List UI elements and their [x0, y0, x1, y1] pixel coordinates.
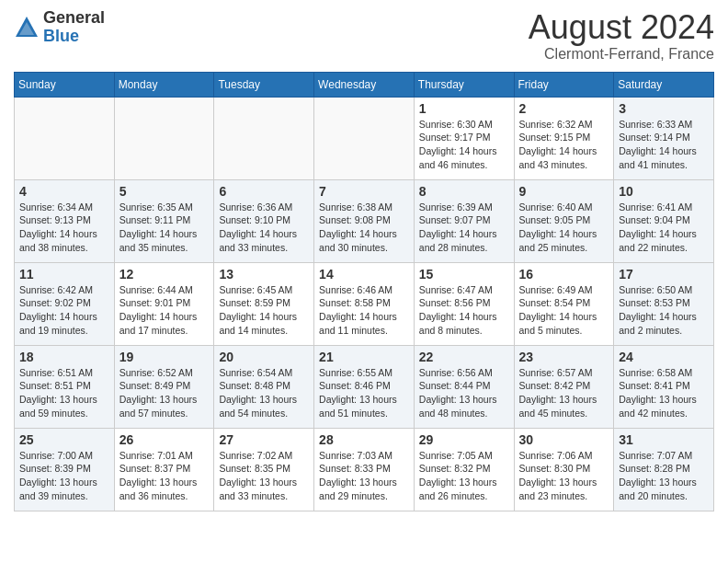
day-info: Sunrise: 6:33 AM Sunset: 9:14 PM Dayligh… [619, 118, 709, 172]
day-number: 15 [419, 267, 509, 282]
city: Clermont-Ferrand, France [529, 46, 714, 63]
day-info: Sunrise: 6:35 AM Sunset: 9:11 PM Dayligh… [119, 201, 210, 255]
day-number: 21 [319, 350, 409, 364]
calendar-cell: 14Sunrise: 6:46 AM Sunset: 8:58 PM Dayli… [314, 262, 415, 345]
day-info: Sunrise: 6:34 AM Sunset: 9:13 PM Dayligh… [19, 201, 109, 255]
day-info: Sunrise: 6:45 AM Sunset: 8:59 PM Dayligh… [219, 283, 309, 338]
calendar-cell: 7Sunrise: 6:38 AM Sunset: 9:08 PM Daylig… [314, 179, 415, 262]
day-number: 7 [319, 184, 409, 199]
day-number: 20 [219, 350, 309, 364]
month-year: August 2024 [529, 9, 714, 46]
day-of-week-wednesday: Wednesday [314, 72, 415, 97]
day-info: Sunrise: 6:46 AM Sunset: 8:58 PM Dayligh… [319, 283, 409, 338]
calendar-cell: 13Sunrise: 6:45 AM Sunset: 8:59 PM Dayli… [214, 262, 314, 345]
calendar-cell: 16Sunrise: 6:49 AM Sunset: 8:54 PM Dayli… [514, 262, 614, 345]
calendar-header: SundayMondayTuesdayWednesdayThursdayFrid… [15, 72, 714, 97]
day-number: 1 [419, 101, 509, 116]
calendar-cell: 23Sunrise: 6:57 AM Sunset: 8:42 PM Dayli… [514, 345, 614, 428]
calendar-cell [15, 97, 115, 179]
calendar-cell: 29Sunrise: 7:05 AM Sunset: 8:32 PM Dayli… [414, 428, 514, 511]
day-info: Sunrise: 6:36 AM Sunset: 9:10 PM Dayligh… [219, 201, 309, 255]
day-number: 19 [119, 350, 210, 364]
logo-text: General Blue [43, 9, 105, 46]
calendar-cell: 17Sunrise: 6:50 AM Sunset: 8:53 PM Dayli… [614, 262, 714, 345]
day-info: Sunrise: 6:58 AM Sunset: 8:41 PM Dayligh… [619, 366, 709, 420]
day-of-week-monday: Monday [114, 72, 214, 97]
calendar-cell: 1Sunrise: 6:30 AM Sunset: 9:17 PM Daylig… [414, 97, 514, 179]
logo-general-text: General [43, 9, 105, 28]
calendar-cell: 4Sunrise: 6:34 AM Sunset: 9:13 PM Daylig… [15, 179, 115, 262]
day-info: Sunrise: 6:49 AM Sunset: 8:54 PM Dayligh… [519, 283, 609, 338]
day-info: Sunrise: 6:44 AM Sunset: 9:01 PM Dayligh… [119, 283, 210, 338]
calendar-cell [114, 97, 214, 179]
day-info: Sunrise: 6:38 AM Sunset: 9:08 PM Dayligh… [319, 201, 409, 255]
calendar-cell: 3Sunrise: 6:33 AM Sunset: 9:14 PM Daylig… [614, 97, 714, 179]
day-number: 31 [619, 432, 709, 447]
day-number: 23 [519, 350, 609, 364]
day-info: Sunrise: 7:01 AM Sunset: 8:37 PM Dayligh… [119, 449, 210, 503]
calendar-cell: 15Sunrise: 6:47 AM Sunset: 8:56 PM Dayli… [414, 262, 514, 345]
day-number: 18 [19, 350, 109, 364]
week-row: 25Sunrise: 7:00 AM Sunset: 8:39 PM Dayli… [15, 428, 714, 511]
day-info: Sunrise: 7:00 AM Sunset: 8:39 PM Dayligh… [19, 449, 109, 503]
day-number: 22 [419, 350, 509, 364]
day-info: Sunrise: 6:39 AM Sunset: 9:07 PM Dayligh… [419, 201, 509, 255]
week-row: 1Sunrise: 6:30 AM Sunset: 9:17 PM Daylig… [15, 97, 714, 179]
calendar-cell: 31Sunrise: 7:07 AM Sunset: 8:28 PM Dayli… [614, 428, 714, 511]
day-info: Sunrise: 6:56 AM Sunset: 8:44 PM Dayligh… [419, 366, 509, 420]
day-info: Sunrise: 6:52 AM Sunset: 8:49 PM Dayligh… [119, 366, 210, 420]
calendar-cell [214, 97, 314, 179]
day-of-week-tuesday: Tuesday [214, 72, 314, 97]
day-info: Sunrise: 6:55 AM Sunset: 8:46 PM Dayligh… [319, 366, 409, 420]
calendar-cell: 9Sunrise: 6:40 AM Sunset: 9:05 PM Daylig… [514, 179, 614, 262]
day-number: 8 [419, 184, 509, 199]
calendar-cell: 10Sunrise: 6:41 AM Sunset: 9:04 PM Dayli… [614, 179, 714, 262]
day-number: 6 [219, 184, 309, 199]
day-info: Sunrise: 7:05 AM Sunset: 8:32 PM Dayligh… [419, 449, 509, 503]
day-number: 24 [619, 350, 709, 364]
calendar-cell: 20Sunrise: 6:54 AM Sunset: 8:48 PM Dayli… [214, 345, 314, 428]
calendar-cell: 2Sunrise: 6:32 AM Sunset: 9:15 PM Daylig… [514, 97, 614, 179]
day-of-week-thursday: Thursday [414, 72, 514, 97]
day-number: 2 [519, 101, 609, 116]
day-info: Sunrise: 6:47 AM Sunset: 8:56 PM Dayligh… [419, 283, 509, 338]
day-number: 13 [219, 267, 309, 282]
header: General Blue August 2024 Clermont-Ferran… [14, 9, 714, 63]
calendar-cell: 5Sunrise: 6:35 AM Sunset: 9:11 PM Daylig… [114, 179, 214, 262]
day-number: 27 [219, 432, 309, 447]
day-of-week-saturday: Saturday [614, 72, 714, 97]
calendar-cell: 25Sunrise: 7:00 AM Sunset: 8:39 PM Dayli… [15, 428, 115, 511]
day-info: Sunrise: 6:42 AM Sunset: 9:02 PM Dayligh… [19, 283, 109, 338]
calendar: SundayMondayTuesdayWednesdayThursdayFrid… [14, 72, 714, 511]
day-info: Sunrise: 6:50 AM Sunset: 8:53 PM Dayligh… [619, 283, 709, 338]
day-info: Sunrise: 7:03 AM Sunset: 8:33 PM Dayligh… [319, 449, 409, 503]
logo: General Blue [14, 9, 105, 46]
day-number: 12 [119, 267, 210, 282]
day-info: Sunrise: 7:07 AM Sunset: 8:28 PM Dayligh… [619, 449, 709, 503]
day-info: Sunrise: 6:57 AM Sunset: 8:42 PM Dayligh… [519, 366, 609, 420]
day-info: Sunrise: 6:54 AM Sunset: 8:48 PM Dayligh… [219, 366, 309, 420]
calendar-cell: 26Sunrise: 7:01 AM Sunset: 8:37 PM Dayli… [114, 428, 214, 511]
logo-icon [14, 15, 40, 40]
day-info: Sunrise: 7:06 AM Sunset: 8:30 PM Dayligh… [519, 449, 609, 503]
day-number: 3 [619, 101, 709, 116]
day-number: 14 [319, 267, 409, 282]
day-info: Sunrise: 6:51 AM Sunset: 8:51 PM Dayligh… [19, 366, 109, 420]
day-number: 26 [119, 432, 210, 447]
title-area: August 2024 Clermont-Ferrand, France [529, 9, 714, 63]
day-number: 9 [519, 184, 609, 199]
calendar-cell: 11Sunrise: 6:42 AM Sunset: 9:02 PM Dayli… [15, 262, 115, 345]
week-row: 18Sunrise: 6:51 AM Sunset: 8:51 PM Dayli… [15, 345, 714, 428]
day-number: 17 [619, 267, 709, 282]
logo-blue-text: Blue [43, 28, 105, 46]
day-number: 16 [519, 267, 609, 282]
day-info: Sunrise: 6:40 AM Sunset: 9:05 PM Dayligh… [519, 201, 609, 255]
calendar-cell: 8Sunrise: 6:39 AM Sunset: 9:07 PM Daylig… [414, 179, 514, 262]
day-of-week-sunday: Sunday [15, 72, 115, 97]
day-number: 28 [319, 432, 409, 447]
week-row: 11Sunrise: 6:42 AM Sunset: 9:02 PM Dayli… [15, 262, 714, 345]
day-number: 5 [119, 184, 210, 199]
day-info: Sunrise: 6:32 AM Sunset: 9:15 PM Dayligh… [519, 118, 609, 172]
calendar-cell: 12Sunrise: 6:44 AM Sunset: 9:01 PM Dayli… [114, 262, 214, 345]
calendar-cell: 21Sunrise: 6:55 AM Sunset: 8:46 PM Dayli… [314, 345, 415, 428]
